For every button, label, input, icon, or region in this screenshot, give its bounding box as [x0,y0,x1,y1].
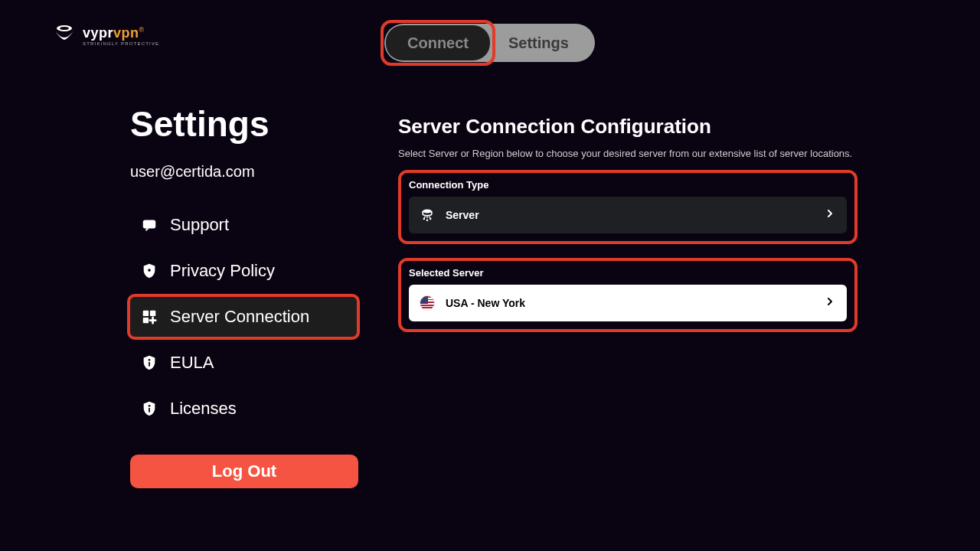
sidebar-item-support[interactable]: Support [130,202,360,248]
flag-usa-icon [420,295,435,311]
shield-icon [141,262,158,279]
tab-connect[interactable]: Connect [386,25,490,60]
svg-rect-10 [149,408,150,412]
sidebar-item-label: Server Connection [170,307,309,327]
connection-type-select[interactable]: Server [409,197,847,233]
svg-point-3 [148,269,151,272]
sidebar-item-label: Privacy Policy [170,261,275,281]
sidebar: Settings user@certida.com Support Privac… [130,103,360,488]
selected-server-value: USA - New York [446,297,836,309]
server-icon [420,207,435,223]
sidebar-item-server-connection[interactable]: Server Connection [127,294,360,340]
svg-point-13 [426,219,429,221]
sidebar-item-privacy[interactable]: Privacy Policy [130,248,360,294]
chevron-right-icon [824,207,836,223]
dashboard-icon [141,308,158,325]
selected-server-select[interactable]: USA - New York [409,285,847,321]
connection-type-label: Connection Type [409,179,847,191]
shield-info-icon [141,354,158,371]
vypr-logo-icon [52,21,77,49]
sidebar-item-label: Support [170,215,229,235]
shield-info-icon [141,400,158,417]
selected-server-label: Selected Server [409,267,847,279]
sidebar-item-label: EULA [170,353,214,373]
svg-point-7 [149,359,151,361]
nav-toggle: Connect Settings [384,24,595,62]
main-panel: Server Connection Configuration Select S… [398,115,858,346]
sidebar-item-label: Licenses [170,399,237,419]
svg-rect-4 [143,311,149,316]
selected-server-card: Selected Server USA - New York [398,258,858,332]
page-title: Settings [130,103,360,145]
svg-rect-6 [143,318,149,323]
chat-icon [141,217,158,233]
tab-settings[interactable]: Settings [498,24,580,62]
tab-connect-highlight: Connect [381,20,495,66]
svg-point-9 [149,405,151,407]
connection-type-value: Server [446,209,836,221]
sidebar-item-licenses[interactable]: Licenses [130,386,360,432]
tab-connect-label: Connect [407,34,469,52]
svg-rect-2 [143,220,156,229]
connection-type-card: Connection Type Server [398,170,858,244]
app-logo: vyprvpn® STRIKINGLY PROTECTIVE [52,21,159,49]
svg-point-11 [423,210,432,214]
logo-text: vyprvpn® [83,25,159,41]
svg-rect-8 [149,362,150,367]
settings-menu: Support Privacy Policy Server Connection… [130,202,360,432]
svg-point-1 [60,27,69,30]
panel-title: Server Connection Configuration [398,115,858,139]
logout-button[interactable]: Log Out [130,455,358,488]
panel-description: Select Server or Region below to choose … [398,148,858,159]
tab-settings-label: Settings [508,34,569,52]
svg-rect-5 [150,311,155,316]
sidebar-item-eula[interactable]: EULA [130,340,360,386]
user-email: user@certida.com [130,163,360,181]
logo-tagline: STRIKINGLY PROTECTIVE [83,41,159,46]
chevron-right-icon [824,295,836,311]
